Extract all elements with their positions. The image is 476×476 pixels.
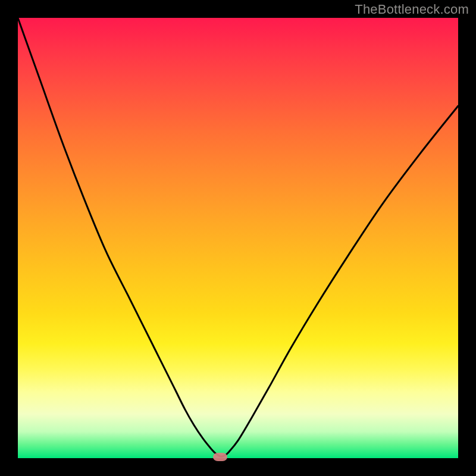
watermark-text: TheBottleneck.com [355, 2, 469, 17]
bottleneck-curve [18, 18, 458, 458]
plot-area [18, 18, 458, 458]
chart-frame: TheBottleneck.com [0, 0, 476, 476]
optimum-marker [213, 453, 227, 461]
